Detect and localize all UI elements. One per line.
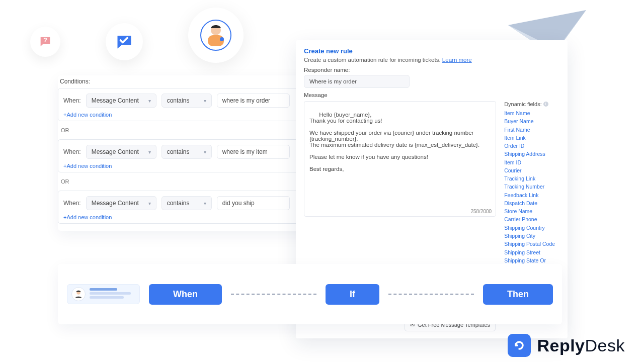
dynamic-field-link[interactable]: Shipping Address [504,150,559,158]
dynamic-field-link[interactable]: Courier [504,166,559,174]
value-input[interactable]: where is my order [217,94,290,108]
chevron-down-icon: ▾ [204,149,206,155]
flow-connector [231,294,316,295]
check-bubble-icon [106,23,143,60]
field-select[interactable]: Message Content▾ [86,196,156,210]
brand-name: ReplyDesk [537,336,625,355]
dynamic-field-link[interactable]: Store Name [504,207,559,215]
value-input[interactable]: did you ship [217,196,290,210]
dynamic-field-link[interactable]: Carrier Phone [504,215,559,223]
field-select[interactable]: Message Content▾ [86,94,156,108]
dynamic-field-link[interactable]: Feedback Link [504,191,559,199]
field-select[interactable]: Message Content▾ [86,145,156,159]
when-label: When: [63,200,81,207]
dynamic-field-link[interactable]: Buyer Name [504,117,559,125]
dynamic-field-link[interactable]: Shipping Street [504,248,559,256]
chevron-down-icon: ▾ [204,201,206,206]
message-label: Message [304,92,559,98]
dynamic-field-link[interactable]: Tracking Number [504,183,559,191]
dynamic-field-link[interactable]: Shipping Country [504,224,559,232]
panel-subtitle: Create a custom automation rule for inco… [304,57,559,63]
brand-logo: ReplyDesk [508,334,625,357]
message-textarea[interactable]: Hello {buyer_name}, Thank you for contac… [304,101,496,217]
chevron-down-icon: ▾ [148,149,151,155]
ticket-preview-card [67,284,140,304]
flow-then-step: Then [483,284,553,305]
brand-mark-icon [508,334,531,357]
dynamic-field-link[interactable]: First Name [504,126,559,134]
top-icons: ? [30,20,244,63]
flow-when-step: When [149,284,222,305]
operator-select[interactable]: contains▾ [162,145,212,159]
dynamic-field-link[interactable]: Tracking Link [504,174,559,183]
chevron-down-icon: ▾ [204,98,206,104]
responder-input[interactable]: Where is my order [304,75,410,88]
person-avatar-icon [188,8,244,63]
info-icon[interactable]: i [543,102,548,107]
dynamic-field-link[interactable]: Dispatch Date [504,199,559,207]
char-counter: 258/2000 [470,209,492,214]
flow-connector [388,294,474,295]
chevron-down-icon: ▾ [148,98,151,104]
dynamic-field-link[interactable]: Item ID [504,158,559,166]
flow-card: When If Then [58,264,562,324]
responder-label: Responder name: [304,67,559,73]
operator-select[interactable]: contains▾ [162,94,212,108]
svg-text:?: ? [43,36,47,44]
flow-if-step: If [326,284,379,305]
when-label: When: [63,97,81,104]
dynamic-field-link[interactable]: Item Name [504,109,559,117]
value-input[interactable]: where is my item [217,145,290,159]
help-bubble-icon: ? [30,27,60,57]
dynamic-field-link[interactable]: Shipping Postal Code [504,240,559,248]
chevron-down-icon: ▾ [148,201,151,206]
preview-lines [90,288,135,300]
operator-select[interactable]: contains▾ [162,196,212,210]
when-label: When: [63,148,81,155]
dynamic-field-link[interactable]: Item Link [504,134,559,142]
avatar-icon [71,287,86,301]
panel-title: Create new rule [304,47,559,55]
dynamic-field-link[interactable]: Shipping City [504,232,559,240]
dynamic-field-link[interactable]: Order ID [504,142,559,150]
svg-point-4 [220,37,224,41]
learn-more-link[interactable]: Learn more [442,57,472,63]
dynamic-fields-title: Dynamic fields: i [504,101,559,107]
